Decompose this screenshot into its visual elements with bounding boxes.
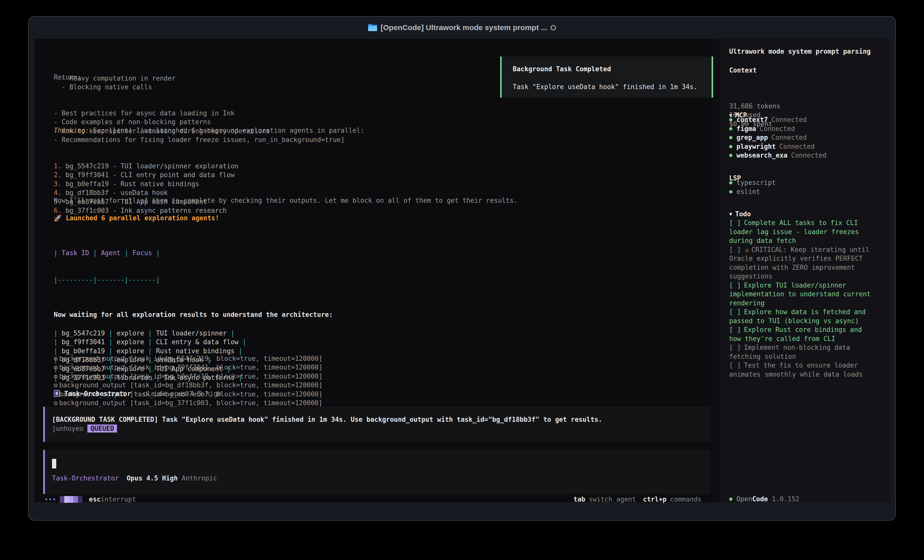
conversation-panel[interactable]: - Heavy computation in render - Blocking… [34,39,712,502]
folder-icon [368,24,377,31]
gear-icon: ⚙ [54,364,58,371]
orchestrator-line: Task-Orchestrator · claude-opus-4-5-high [54,389,222,398]
status-dot-icon [729,118,732,121]
tool-call-line: ⚙background_output [task_id=bg_b0effa19,… [54,372,322,381]
todo-checkbox[interactable]: [ ] [729,281,741,289]
status-dot-icon [729,190,732,193]
spinner-dot [45,498,47,500]
orchestrator-model: claude-opus-4-5-high [143,390,222,397]
app-version-footer: OpenCode 1.0.152 [729,495,799,504]
todo-item: [ ]Test the fix to ensure loader animate… [729,361,875,379]
tab-key-label: switch agent [589,496,636,503]
collapse-triangle-icon[interactable]: ▼ [729,211,732,217]
prompt-input[interactable]: Task-Orchestrator Opus 4.5 High Anthropi… [43,450,710,494]
input-model[interactable]: Opus 4.5 High [126,475,178,482]
agent-list-item: 1. bg_5547c219 - TUI loader/spinner expl… [54,162,238,171]
input-agent-name[interactable]: Task-Orchestrator [52,475,119,482]
status-bar-right: tab switch agent ctrl+p commands [573,495,702,504]
todo-item: [ ]Explore how data is fetched and passe… [729,308,875,325]
session-title: Ultrawork mode system prompt parsing [729,47,871,56]
waiting-text: Now waiting for all exploration results … [54,310,333,319]
todo-heading[interactable]: ▼Todo [729,210,751,219]
wait-text: Now I'll wait for all of them to complet… [54,196,518,205]
version-number: 1.0.152 [772,495,800,503]
tool-call-line: ⚙background_output [task_id=bg_f9ff3041,… [54,363,322,372]
rocket-icon: 🚀 [54,214,62,222]
title-bar[interactable]: [OpenCode] Ultrawork mode system prompt … [28,16,896,39]
background-task-toast[interactable]: Background Task Completed Task "Explore … [500,57,713,97]
status-dot-icon [729,127,732,130]
esc-key-label: interrupt [100,496,136,503]
text-cursor [52,459,56,469]
tab-key-hint[interactable]: tab [573,496,585,503]
status-dot-icon [729,154,732,157]
status-dot-icon [729,136,732,139]
lsp-item: typescript [729,178,776,187]
lsp-list: typescripteslint [729,178,776,196]
sidebar-panel: Ultrawork mode system prompt parsing Con… [720,39,890,502]
mcp-item: context7Connected [729,115,826,124]
window-title-group: [OpenCode] Ultrawork mode system prompt … [28,16,896,39]
return-item: - Code examples of non-blocking patterns [54,118,345,127]
agent-list-item: 3. bg_b0effa19 - Rust native bindings [54,180,238,189]
spinner-dot [53,498,55,500]
todo-checkbox[interactable]: [ ] [729,219,741,226]
status-dot-icon [729,145,732,148]
todo-checkbox[interactable]: [ ] [729,362,741,369]
todo-item: [ ]Explore Rust core bindings and how th… [729,325,875,343]
thinking-text: Excellent! I've launched 6 background ex… [93,127,364,134]
todo-checkbox[interactable]: [ ] [729,326,741,334]
app-window: [OpenCode] Ultrawork mode system prompt … [28,16,896,521]
mcp-item: grep_appConnected [729,133,826,142]
gear-icon: ⚙ [54,373,58,380]
return-label: Return: [54,73,81,82]
mcp-item: playwrightConnected [729,142,826,151]
input-provider: Anthropic [182,475,217,482]
spinner-dot [49,498,51,500]
mcp-item: websearch_exaConnected [729,151,826,160]
context-stat-line: 31,686 tokens [729,102,780,111]
completed-message-box: [BACKGROUND TASK COMPLETED] Task "Explor… [43,407,710,442]
launch-text: Launched 6 parallel exploration agents! [66,214,219,222]
spinner-icon [60,496,82,503]
esc-key-hint[interactable]: esc [89,496,100,503]
todo-checkbox[interactable]: [ ] [729,246,741,253]
terminal-area: - Heavy computation in render - Blocking… [34,39,890,502]
status-dot-icon [729,181,732,184]
input-agent-row[interactable]: Task-Orchestrator Opus 4.5 High Anthropi… [52,474,217,483]
orchestrator-name: Task-Orchestrator [64,390,131,397]
todo-list: [ ]Complete ALL tasks to fix CLI loader … [729,219,875,379]
gear-icon: ⚙ [54,399,58,407]
return-item: - Best practices for async data loading … [54,109,345,118]
warning-icon: ⚠ [745,246,749,253]
thinking-line: Thinking: Excellent! I've launched 6 bac… [54,126,364,135]
proxy-circle-icon [550,25,556,30]
context-heading: Context [729,66,757,75]
status-dot-icon [729,497,732,501]
todo-item: [ ]Complete ALL tasks to fix CLI loader … [729,219,875,246]
thinking-label: Thinking: [54,127,89,134]
toast-title: Background Task Completed [513,65,712,74]
gear-icon: ⚙ [54,355,58,362]
completed-meta: junhoyeoQUEUED [52,424,710,433]
todo-checkbox[interactable]: [ ] [729,308,741,316]
toast-message: Task "Explore useData hook" finished in … [513,82,712,91]
queued-badge: QUEUED [87,425,117,433]
ctrlp-key-hint[interactable]: ctrl+p [643,496,667,503]
table-header-row: |Task ID|Agent|Focus| [54,249,246,258]
todo-item: [ ]Explore TUI loader/spinner implementa… [729,281,875,308]
mcp-list: context7ConnectedfigmaConnectedgrep_appC… [729,115,826,160]
tool-call-line: ⚙background_output [task_id=bg_df18bb3f,… [54,381,322,390]
launch-banner: 🚀 Launched 6 parallel exploration agents… [54,214,219,223]
ctrlp-key-label: commands [670,496,702,503]
tool-call-line: ⚙background_output [task_id=bg_5547c219,… [54,354,322,363]
todo-checkbox[interactable]: [ ] [729,344,741,351]
status-bar-left: esc interrupt [45,495,136,504]
tool-call-line: ⚙background_output [task_id=bg_37f1c003,… [54,399,322,408]
agent-badge-icon [54,390,60,397]
gear-icon: ⚙ [54,381,58,389]
username: junhoyeo [52,425,83,432]
agent-list-item: 2. bg_f9ff3041 - CLI entry point and dat… [54,171,238,180]
table-separator-row: |---------|-------|-------| [54,276,246,284]
completed-text: [BACKGROUND TASK COMPLETED] Task "Explor… [52,415,710,424]
